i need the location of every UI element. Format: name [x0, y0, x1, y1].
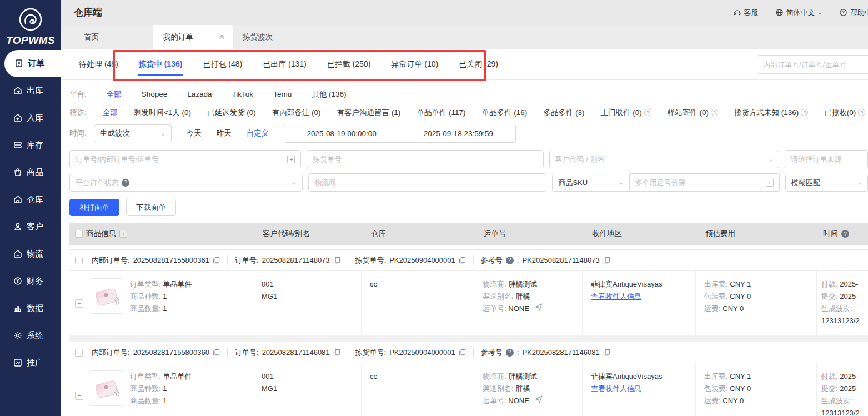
- tab-my-orders[interactable]: 我的订单 ⊗: [153, 25, 233, 49]
- sidebar-item-inbound[interactable]: 入库: [0, 104, 61, 132]
- filter-multi-multi[interactable]: 多品多件 (3): [543, 108, 584, 118]
- platform-temu[interactable]: Temu: [273, 90, 292, 98]
- expand-row-icon[interactable]: +: [75, 392, 83, 400]
- sidebar-item-products[interactable]: 商品: [0, 159, 61, 186]
- filter-delayed[interactable]: 已延迟发货 (0): [207, 108, 256, 118]
- platform-status-select[interactable]: 平台订单状态? ⌄: [69, 174, 303, 192]
- pick-no: 拣货单号: PK20250904000001: [348, 348, 473, 358]
- sku-type-select[interactable]: 商品SKU ⌄: [552, 174, 629, 192]
- platform-filter-row: 平台: 全部 Shopee Lazada TikTok Temu 其他 (136…: [61, 85, 868, 103]
- customer-code-select[interactable]: 客户代码 / 别名 ⌄: [549, 151, 779, 168]
- sidebar-item-inventory[interactable]: 库存: [0, 132, 61, 159]
- waybill-label: 运单号:: [483, 397, 506, 405]
- help-center-button[interactable]: 帮助中心: [839, 8, 868, 18]
- qty-value: 1: [163, 304, 167, 313]
- copy-icon[interactable]: [459, 349, 466, 356]
- filter-customer-message[interactable]: 有客户沟通留言 (1): [337, 108, 400, 118]
- filter-station-send[interactable]: 驿站寄件 (0)?: [668, 108, 718, 118]
- row-checkbox[interactable]: [75, 257, 83, 264]
- filter-single-single[interactable]: 单品单件 (117): [417, 108, 465, 118]
- copy-icon[interactable]: [603, 349, 610, 356]
- row-checkbox[interactable]: [75, 349, 83, 357]
- tab-home[interactable]: 首页: [74, 25, 153, 49]
- filter-remaining-time[interactable]: 剩发时间<1天 (0): [134, 108, 191, 118]
- table-header-row: 商品信息 + 客户代码/别名 仓库 运单号 收件地区 预估费用 时间 ?: [69, 223, 868, 245]
- time-custom[interactable]: 自定义: [247, 128, 269, 138]
- order-search-input[interactable]: [757, 55, 868, 74]
- copy-icon[interactable]: [459, 257, 466, 264]
- view-recipient-link[interactable]: 查看收件人信息: [591, 290, 690, 303]
- qty-value: 1: [163, 397, 167, 405]
- sidebar-item-outbound[interactable]: 出库: [0, 77, 61, 104]
- platform-tiktok[interactable]: TikTok: [232, 90, 254, 98]
- copy-icon[interactable]: [213, 257, 220, 264]
- status-tab-packed[interactable]: 已打包 (48): [202, 49, 243, 79]
- sidebar-item-finance[interactable]: 财务: [0, 268, 61, 295]
- sku-input-wrap: +: [630, 173, 780, 192]
- filter-door-pickup[interactable]: 上门取件 (0)?: [600, 108, 651, 118]
- submit-value: 2025-: [840, 384, 858, 393]
- reference-no-label: 参考号: [481, 255, 503, 265]
- platform-shopee[interactable]: Shopee: [142, 90, 168, 98]
- status-tab-picking[interactable]: 拣货中 (136): [138, 49, 184, 79]
- brand-logo: TOPWMS: [0, 0, 61, 50]
- waybill-value: NONE: [508, 397, 529, 405]
- filter-collected[interactable]: 已揽收(0)?: [824, 108, 865, 118]
- logistics-input-wrap: [308, 173, 546, 192]
- status-tab-pending[interactable]: 待处理 (48): [78, 49, 119, 79]
- reprint-label-button[interactable]: 补打面单: [69, 199, 119, 216]
- status-tab-closed[interactable]: 已关闭 (29): [458, 49, 499, 79]
- expand-input-icon[interactable]: +: [287, 156, 295, 163]
- customer-service-button[interactable]: 客服: [733, 8, 759, 18]
- match-mode-select[interactable]: 模糊匹配 ⌄: [785, 174, 868, 192]
- main-content: 待处理 (48) 拣货中 (136) 已打包 (48) 已出库 (131) 已拦…: [61, 49, 868, 416]
- platform-all[interactable]: 全部: [107, 89, 122, 99]
- status-tab-intercepted[interactable]: 已拦截 (250): [326, 49, 372, 79]
- download-label-button[interactable]: 下载面单: [126, 199, 176, 216]
- copy-icon[interactable]: [213, 349, 220, 356]
- order-source-input[interactable]: [791, 155, 862, 163]
- expand-column-icon[interactable]: +: [119, 230, 127, 238]
- select-all-checkbox[interactable]: [75, 230, 83, 238]
- order-no: 订单号: 20250828171148073: [227, 255, 348, 265]
- language-switcher[interactable]: 简体中文 ⌄: [775, 8, 822, 18]
- copy-icon[interactable]: [333, 349, 340, 356]
- send-icon[interactable]: [535, 303, 543, 315]
- sidebar-item-logistics[interactable]: 物流: [0, 240, 61, 268]
- sidebar-item-customers[interactable]: 客户: [0, 213, 61, 240]
- expand-row-icon[interactable]: +: [75, 299, 83, 308]
- sidebar-item-system[interactable]: 系统: [0, 322, 61, 349]
- logistics-input[interactable]: [314, 178, 540, 187]
- send-icon[interactable]: [535, 395, 543, 407]
- filter-internal-note[interactable]: 有内部备注 (0): [272, 108, 321, 118]
- expand-input-icon[interactable]: +: [766, 179, 774, 187]
- product-image: [89, 370, 124, 406]
- filter-single-multi[interactable]: 单品多件 (16): [481, 108, 527, 118]
- copy-icon[interactable]: [333, 257, 340, 264]
- copy-icon[interactable]: [603, 257, 610, 264]
- sidebar-item-warehouse[interactable]: 仓库: [0, 186, 61, 213]
- platform-lazada[interactable]: Lazada: [187, 90, 212, 98]
- platform-other[interactable]: 其他 (136): [312, 89, 346, 99]
- time-filter-label: 时间:: [69, 128, 87, 138]
- close-tab-icon[interactable]: ⊗: [219, 33, 225, 41]
- status-tab-shipped[interactable]: 已出库 (131): [262, 49, 308, 79]
- sku-input[interactable]: [635, 178, 762, 187]
- filter-all[interactable]: 全部: [103, 108, 118, 118]
- order-no-input[interactable]: [76, 155, 284, 163]
- time-yesterday[interactable]: 昨天: [217, 128, 232, 138]
- date-range-picker[interactable]: 2025-08-19 00:00:00 - 2025-09-18 23:59:5…: [284, 124, 516, 143]
- tab-pick-wave[interactable]: 拣货波次: [233, 25, 312, 49]
- time-today[interactable]: 今天: [187, 128, 202, 138]
- pick-no-input[interactable]: [313, 155, 537, 163]
- warehouse-icon: [13, 195, 23, 204]
- sidebar-item-orders[interactable]: 订单: [4, 50, 61, 77]
- filter-pickup-unknown[interactable]: 揽货方式未知 (136)?: [734, 108, 808, 118]
- status-tab-abnormal[interactable]: 异常订单 (10): [390, 49, 439, 79]
- match-mode-value: 模糊匹配: [791, 178, 853, 188]
- sidebar-item-label: 物流: [27, 249, 43, 259]
- sidebar-item-promotion[interactable]: 推广: [0, 349, 61, 377]
- time-type-select[interactable]: 生成波次 ⌄: [94, 124, 172, 142]
- sidebar-item-data[interactable]: 数据: [0, 295, 61, 322]
- view-recipient-link[interactable]: 查看收件人信息: [591, 383, 690, 395]
